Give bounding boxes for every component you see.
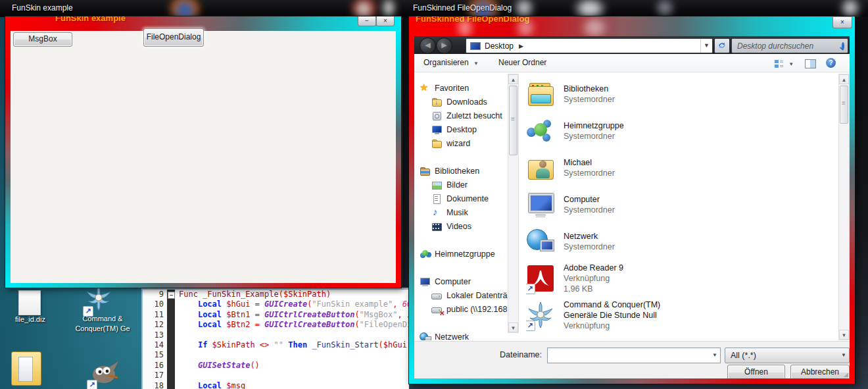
- sidebar-group: Favoriten↓DownloadsZuletzt besuchtDeskto…: [416, 81, 508, 150]
- scroll-up-icon[interactable]: ▲: [839, 74, 849, 84]
- adobe-reader-icon: ↗: [526, 264, 555, 293]
- minimize-button[interactable]: −: [358, 16, 376, 26]
- chevron-down-icon[interactable]: ▼: [710, 348, 720, 363]
- code-line: 14 If $SkinPath <> "" Then _FunSkin_Star…: [143, 340, 409, 350]
- filetype-dropdown[interactable]: All (*.*) ▼: [725, 348, 850, 363]
- scrollbar-thumb[interactable]: [509, 86, 518, 155]
- sidebar-item-desktop[interactable]: Desktop: [416, 122, 508, 136]
- close-button[interactable]: ×: [832, 17, 852, 28]
- breadcrumb[interactable]: Desktop: [485, 41, 514, 51]
- fold-margin[interactable]: [167, 361, 175, 371]
- msgbox-button[interactable]: MsgBox: [13, 32, 72, 47]
- file-item-name: Adobe Reader 9: [564, 263, 623, 273]
- sidebar-item-label: Heimnetzgruppe: [435, 249, 495, 259]
- fold-margin[interactable]: [167, 340, 175, 350]
- shortcut-arrow-icon: ↗: [526, 321, 535, 331]
- scroll-down-icon[interactable]: ▼: [839, 330, 849, 340]
- desktop-icon-gimp[interactable]: ↗: [88, 356, 125, 389]
- document-icon: [431, 194, 443, 204]
- sidebar-item-videos[interactable]: Videos: [416, 219, 508, 233]
- fold-margin[interactable]: [167, 330, 175, 340]
- desktop-icon-file-id-diz[interactable]: [12, 290, 49, 327]
- new-folder-button[interactable]: Neuer Ordner: [498, 58, 546, 67]
- scroll-down-icon[interactable]: ▼: [508, 323, 518, 332]
- sidebar-item-heimnetzgruppe[interactable]: Heimnetzgruppe: [416, 247, 508, 261]
- fold-margin[interactable]: [167, 381, 175, 389]
- filename-input[interactable]: [548, 348, 710, 363]
- skin-border-right: [396, 31, 401, 282]
- views-button[interactable]: ▼: [775, 59, 794, 68]
- sidebar-scrollbar[interactable]: ▲ ▼: [508, 74, 519, 333]
- sidebar-item-label: Netzwerk: [435, 332, 469, 341]
- help-button[interactable]: ?: [826, 58, 836, 68]
- forward-button[interactable]: ▶: [436, 38, 452, 54]
- filename-combobox[interactable]: ▼: [547, 348, 721, 363]
- sidebar-item-wizard[interactable]: wizard: [416, 136, 508, 150]
- line-number: 9: [143, 290, 167, 299]
- file-item-heimnetzgruppe[interactable]: HeimnetzgruppeSystemordner: [526, 113, 836, 149]
- address-dropdown-icon[interactable]: ▼: [700, 39, 712, 53]
- sidebar-item-bibliotheken[interactable]: Bibliotheken: [416, 164, 508, 178]
- file-item-computer[interactable]: ComputerSystemordner: [526, 186, 836, 223]
- code-editor[interactable]: 9−Func _FunSkin_Example($SkinPath)10 Loc…: [141, 288, 409, 389]
- sidebar-item-label: Bilder: [446, 180, 468, 190]
- sidebar-item-zuletzt-besucht[interactable]: Zuletzt besucht: [416, 109, 508, 122]
- sidebar-item-computer[interactable]: Computer: [416, 274, 508, 288]
- file-item-command-conquer-tm-generale-die-stunde-null[interactable]: ↗Command & Conquer(TM) Generäle Die Stun…: [526, 297, 836, 334]
- fold-collapse-icon[interactable]: −: [168, 292, 175, 299]
- file-item-name: Heimnetzgruppe: [564, 120, 624, 131]
- organize-menu[interactable]: Organisieren ▼: [423, 58, 479, 67]
- desktop-icon-command-conquer[interactable]: ↗: [84, 284, 116, 315]
- address-bar[interactable]: Desktop ▶ ▼: [466, 38, 713, 53]
- fileopen-dialog-window: FunSkinned FileOpenDialog × ◀ ▶ Desktop …: [409, 16, 855, 384]
- sidebar-item-bilder[interactable]: Bilder: [416, 178, 508, 192]
- preview-pane-button[interactable]: [805, 59, 816, 68]
- close-button[interactable]: ×: [376, 16, 395, 26]
- file-item-text: Adobe Reader 9Verknüpfung1,96 KB: [564, 263, 623, 294]
- sidebar-item-public-192-168[interactable]: ×public (\\192.168: [416, 302, 508, 316]
- sidebar-item-lokaler-datentrag[interactable]: Lokaler Datenträg: [416, 288, 508, 302]
- fold-margin[interactable]: −: [167, 290, 175, 299]
- command-conquer-icon: ↗: [526, 301, 555, 330]
- file-item-bibliotheken[interactable]: BibliothekenSystemordner: [526, 76, 836, 113]
- fold-margin[interactable]: [167, 310, 175, 320]
- scroll-up-icon[interactable]: ▲: [508, 74, 518, 84]
- search-box[interactable]: [731, 38, 848, 53]
- file-item-name: Computer: [564, 194, 615, 205]
- skin-border-bottom: [5, 282, 401, 288]
- blurred-icon: [573, 0, 606, 17]
- dialog-footer: Dateiname: ▼ All (*.*) ▼ Öffnen Abbreche…: [414, 341, 850, 379]
- screen: FunSkin example FunSkinned FileOpenDialo…: [0, 0, 868, 389]
- sidebar-item-netzwerk[interactable]: Netzwerk: [416, 330, 508, 340]
- refresh-button[interactable]: [714, 38, 730, 53]
- fold-margin[interactable]: [167, 299, 175, 309]
- fold-margin[interactable]: [167, 320, 175, 330]
- sidebar-item-favoriten[interactable]: Favoriten: [416, 81, 508, 95]
- fold-margin[interactable]: [167, 350, 175, 360]
- scrollbar-thumb[interactable]: [840, 86, 848, 124]
- resize-grip[interactable]: ◢: [844, 371, 848, 378]
- sidebar-item-downloads[interactable]: ↓Downloads: [416, 95, 508, 109]
- line-number: 12: [143, 320, 167, 330]
- search-input[interactable]: [732, 41, 842, 51]
- sidebar-item-musik[interactable]: Musik: [416, 205, 508, 219]
- sidebar-item-dokumente[interactable]: Dokumente: [416, 192, 508, 205]
- file-list-scrollbar[interactable]: ▲ ▼: [838, 74, 850, 340]
- file-item-adobe-reader-9[interactable]: ↗Adobe Reader 9Verknüpfung1,96 KB: [526, 260, 836, 297]
- filename-label: Dateiname:: [492, 350, 542, 359]
- file-item-michael[interactable]: MichaelSystemordner: [526, 149, 836, 186]
- fold-margin[interactable]: [167, 371, 175, 380]
- skin-titlebar[interactable]: FunSkinned FileOpenDialog: [409, 16, 855, 36]
- skin-border-bottom: [409, 378, 855, 384]
- file-item-netzwerk[interactable]: NetzwerkSystemordner: [526, 223, 836, 260]
- desktop-icon-folder[interactable]: [9, 348, 43, 389]
- skin-border-right: [850, 36, 855, 378]
- os-titlebar[interactable]: FunSkin example FunSkinned FileOpenDialo…: [0, 0, 868, 17]
- fileopendialog-button[interactable]: FileOpenDialog: [143, 28, 204, 47]
- file-item-name: Michael: [564, 157, 615, 168]
- sidebar-group: BibliothekenBilderDokumenteMusikVideos: [416, 164, 508, 233]
- file-item-text: BibliothekenSystemordner: [564, 84, 615, 105]
- back-button[interactable]: ◀: [420, 38, 436, 54]
- code-text: Func _FunSkin_Example($SkinPath): [175, 290, 331, 299]
- breadcrumb-chevron-icon[interactable]: ▶: [519, 43, 523, 49]
